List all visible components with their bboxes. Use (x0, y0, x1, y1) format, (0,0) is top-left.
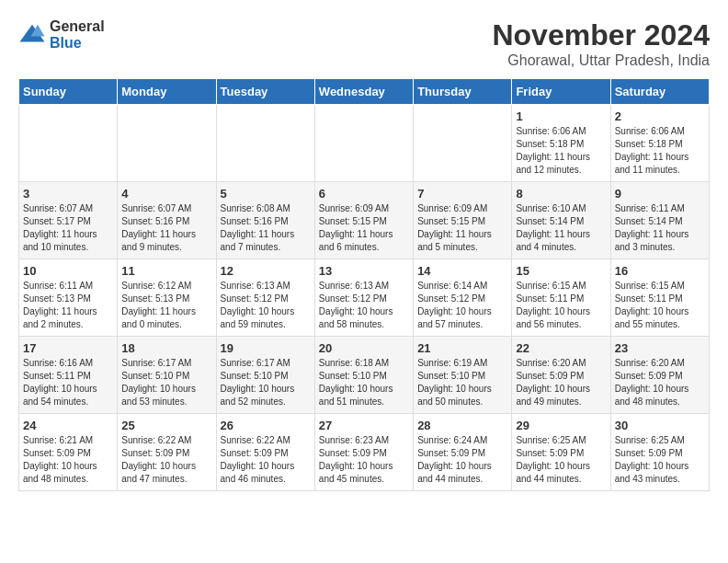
day-info: Sunrise: 6:13 AM Sunset: 5:12 PM Dayligh… (221, 280, 311, 331)
day-cell: 4Sunrise: 6:07 AM Sunset: 5:16 PM Daylig… (118, 182, 216, 259)
day-cell: 24Sunrise: 6:21 AM Sunset: 5:09 PM Dayli… (19, 414, 118, 491)
day-cell (118, 105, 216, 182)
day-info: Sunrise: 6:20 AM Sunset: 5:09 PM Dayligh… (516, 357, 606, 408)
day-info: Sunrise: 6:13 AM Sunset: 5:12 PM Dayligh… (319, 280, 409, 331)
logo-blue-text: Blue (50, 35, 105, 52)
header-row: SundayMondayTuesdayWednesdayThursdayFrid… (19, 79, 710, 105)
day-number: 3 (23, 187, 113, 201)
day-cell: 29Sunrise: 6:25 AM Sunset: 5:09 PM Dayli… (512, 414, 610, 491)
day-cell: 21Sunrise: 6:19 AM Sunset: 5:10 PM Dayli… (414, 337, 512, 414)
day-info: Sunrise: 6:25 AM Sunset: 5:09 PM Dayligh… (615, 434, 705, 486)
header-cell-tuesday: Tuesday (216, 79, 314, 105)
logo-icon (18, 21, 46, 49)
logo: General Blue (18, 18, 105, 51)
week-row-5: 24Sunrise: 6:21 AM Sunset: 5:09 PM Dayli… (19, 414, 710, 491)
day-number: 27 (319, 419, 409, 432)
day-cell: 6Sunrise: 6:09 AM Sunset: 5:15 PM Daylig… (314, 182, 413, 259)
day-info: Sunrise: 6:14 AM Sunset: 5:12 PM Dayligh… (417, 280, 507, 331)
day-number: 18 (121, 341, 211, 355)
day-info: Sunrise: 6:23 AM Sunset: 5:09 PM Dayligh… (319, 434, 409, 486)
day-info: Sunrise: 6:09 AM Sunset: 5:15 PM Dayligh… (319, 202, 409, 254)
day-cell (414, 105, 512, 182)
day-number: 6 (319, 187, 409, 201)
week-row-2: 3Sunrise: 6:07 AM Sunset: 5:17 PM Daylig… (19, 182, 710, 259)
day-number: 24 (23, 419, 113, 432)
day-info: Sunrise: 6:24 AM Sunset: 5:09 PM Dayligh… (417, 434, 507, 486)
day-number: 9 (615, 187, 705, 201)
day-cell: 27Sunrise: 6:23 AM Sunset: 5:09 PM Dayli… (314, 414, 413, 491)
header-cell-saturday: Saturday (610, 79, 709, 105)
day-info: Sunrise: 6:20 AM Sunset: 5:09 PM Dayligh… (615, 357, 705, 408)
day-info: Sunrise: 6:18 AM Sunset: 5:10 PM Dayligh… (319, 357, 409, 408)
day-info: Sunrise: 6:17 AM Sunset: 5:10 PM Dayligh… (121, 357, 211, 408)
main-title: November 2024 (492, 18, 710, 52)
day-number: 29 (516, 419, 606, 432)
logo-text: General Blue (50, 18, 105, 51)
header-cell-sunday: Sunday (19, 79, 118, 105)
logo-general-text: General (50, 18, 105, 35)
day-cell (216, 105, 314, 182)
day-info: Sunrise: 6:15 AM Sunset: 5:11 PM Dayligh… (615, 280, 705, 331)
day-number: 5 (221, 187, 311, 201)
day-cell (314, 105, 413, 182)
day-info: Sunrise: 6:07 AM Sunset: 5:17 PM Dayligh… (23, 202, 113, 254)
day-info: Sunrise: 6:10 AM Sunset: 5:14 PM Dayligh… (516, 202, 606, 254)
day-cell: 11Sunrise: 6:12 AM Sunset: 5:13 PM Dayli… (118, 259, 216, 337)
day-cell: 14Sunrise: 6:14 AM Sunset: 5:12 PM Dayli… (414, 259, 512, 337)
day-cell: 12Sunrise: 6:13 AM Sunset: 5:12 PM Dayli… (216, 259, 314, 337)
header-cell-monday: Monday (118, 79, 216, 105)
day-number: 23 (615, 341, 705, 355)
day-cell: 3Sunrise: 6:07 AM Sunset: 5:17 PM Daylig… (19, 182, 118, 259)
day-cell: 9Sunrise: 6:11 AM Sunset: 5:14 PM Daylig… (610, 182, 709, 259)
day-number: 12 (221, 264, 311, 278)
day-info: Sunrise: 6:19 AM Sunset: 5:10 PM Dayligh… (417, 357, 507, 408)
day-cell: 1Sunrise: 6:06 AM Sunset: 5:18 PM Daylig… (512, 105, 610, 182)
day-number: 14 (417, 264, 507, 278)
week-row-4: 17Sunrise: 6:16 AM Sunset: 5:11 PM Dayli… (19, 337, 710, 414)
day-number: 10 (23, 264, 113, 278)
day-number: 15 (516, 264, 606, 278)
day-cell: 23Sunrise: 6:20 AM Sunset: 5:09 PM Dayli… (610, 337, 709, 414)
day-info: Sunrise: 6:17 AM Sunset: 5:10 PM Dayligh… (221, 357, 311, 408)
week-row-3: 10Sunrise: 6:11 AM Sunset: 5:13 PM Dayli… (19, 259, 710, 337)
day-cell: 17Sunrise: 6:16 AM Sunset: 5:11 PM Dayli… (19, 337, 118, 414)
day-info: Sunrise: 6:15 AM Sunset: 5:11 PM Dayligh… (516, 280, 606, 331)
day-info: Sunrise: 6:16 AM Sunset: 5:11 PM Dayligh… (23, 357, 113, 408)
day-cell: 2Sunrise: 6:06 AM Sunset: 5:18 PM Daylig… (610, 105, 709, 182)
day-number: 2 (615, 109, 705, 123)
day-number: 30 (615, 419, 705, 432)
day-cell: 7Sunrise: 6:09 AM Sunset: 5:15 PM Daylig… (414, 182, 512, 259)
day-number: 1 (516, 109, 606, 123)
page-header: General Blue November 2024 Ghorawal, Utt… (18, 18, 710, 69)
day-number: 11 (121, 264, 211, 278)
day-info: Sunrise: 6:12 AM Sunset: 5:13 PM Dayligh… (121, 280, 211, 331)
day-number: 20 (319, 341, 409, 355)
day-number: 17 (23, 341, 113, 355)
day-cell: 13Sunrise: 6:13 AM Sunset: 5:12 PM Dayli… (314, 259, 413, 337)
day-cell: 22Sunrise: 6:20 AM Sunset: 5:09 PM Dayli… (512, 337, 610, 414)
header-cell-friday: Friday (512, 79, 610, 105)
day-info: Sunrise: 6:25 AM Sunset: 5:09 PM Dayligh… (516, 434, 606, 486)
header-cell-wednesday: Wednesday (314, 79, 413, 105)
header-cell-thursday: Thursday (414, 79, 512, 105)
day-number: 22 (516, 341, 606, 355)
day-info: Sunrise: 6:06 AM Sunset: 5:18 PM Dayligh… (516, 125, 606, 177)
day-cell: 15Sunrise: 6:15 AM Sunset: 5:11 PM Dayli… (512, 259, 610, 337)
day-cell: 25Sunrise: 6:22 AM Sunset: 5:09 PM Dayli… (118, 414, 216, 491)
day-number: 28 (417, 419, 507, 432)
day-info: Sunrise: 6:09 AM Sunset: 5:15 PM Dayligh… (417, 202, 507, 254)
day-cell: 8Sunrise: 6:10 AM Sunset: 5:14 PM Daylig… (512, 182, 610, 259)
day-number: 25 (121, 419, 211, 432)
day-number: 19 (221, 341, 311, 355)
sub-title: Ghorawal, Uttar Pradesh, India (492, 52, 710, 69)
day-number: 26 (221, 419, 311, 432)
day-cell: 5Sunrise: 6:08 AM Sunset: 5:16 PM Daylig… (216, 182, 314, 259)
day-cell: 30Sunrise: 6:25 AM Sunset: 5:09 PM Dayli… (610, 414, 709, 491)
day-number: 16 (615, 264, 705, 278)
day-info: Sunrise: 6:22 AM Sunset: 5:09 PM Dayligh… (221, 434, 311, 486)
day-info: Sunrise: 6:22 AM Sunset: 5:09 PM Dayligh… (121, 434, 211, 486)
day-number: 4 (121, 187, 211, 201)
day-number: 13 (319, 264, 409, 278)
day-cell: 26Sunrise: 6:22 AM Sunset: 5:09 PM Dayli… (216, 414, 314, 491)
day-number: 21 (417, 341, 507, 355)
